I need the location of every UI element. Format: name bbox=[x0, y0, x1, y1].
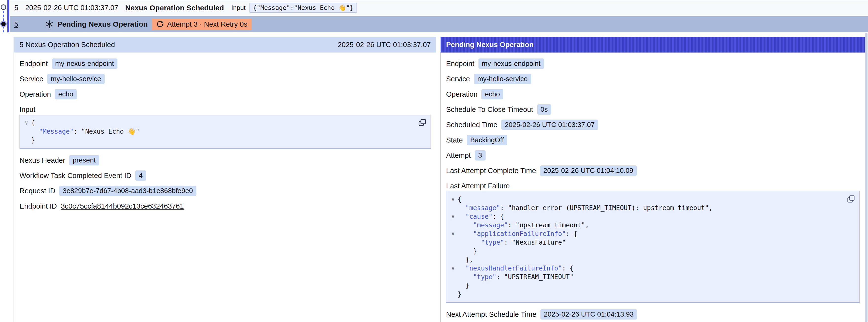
field-row: Last Attempt Complete Time2025-02-26 UTC… bbox=[446, 165, 860, 176]
code-line: ∨ "nexusHandlerFailureInfo": { bbox=[448, 264, 855, 273]
code-text: } bbox=[458, 281, 469, 290]
event-id-link[interactable]: 5 bbox=[14, 20, 18, 28]
failure-json-block: ∨{ "message": "handler error (UPSTREAM_T… bbox=[446, 191, 860, 303]
timeline-active-bar bbox=[7, 0, 9, 32]
pending-fields-bottom: Next Attempt Schedule Time2025-02-26 UTC… bbox=[446, 309, 860, 320]
field-label: Next Attempt Schedule Time bbox=[446, 311, 536, 319]
code-line: ∨{ bbox=[22, 119, 426, 127]
code-text: "type": "NexusFailure" bbox=[458, 238, 566, 247]
code-gutter bbox=[448, 255, 458, 264]
code-gutter bbox=[448, 238, 458, 247]
collapse-chevron-icon[interactable]: ∨ bbox=[448, 229, 458, 238]
collapse-chevron-icon[interactable]: ∨ bbox=[448, 195, 458, 204]
code-text: }, bbox=[458, 255, 473, 264]
code-line: "type": "NexusFailure" bbox=[448, 238, 855, 247]
scheduled-panel-title: 5 Nexus Operation Scheduled bbox=[20, 41, 115, 49]
input-json-block: ∨{ "Message": "Nexus Echo 👋"} bbox=[20, 115, 431, 149]
event-history-screen: 5 2025-02-26 UTC 01:03:37.07 Nexus Opera… bbox=[0, 0, 868, 322]
field-label: Last Attempt Complete Time bbox=[446, 167, 536, 175]
scheduled-fields-top: Endpointmy-nexus-endpointServicemy-hello… bbox=[20, 58, 431, 100]
collapse-chevron-icon[interactable]: ∨ bbox=[448, 212, 458, 221]
field-label: Endpoint bbox=[20, 60, 48, 68]
code-text: "Message": "Nexus Echo 👋" bbox=[31, 127, 140, 136]
pending-operation-panel: Pending Nexus Operation Endpointmy-nexus… bbox=[440, 37, 865, 322]
scheduled-panel-header: 5 Nexus Operation Scheduled 2025-02-26 U… bbox=[14, 37, 436, 53]
collapse-chevron-icon[interactable]: ∨ bbox=[448, 264, 458, 273]
field-label: State bbox=[446, 136, 463, 144]
event-row-scheduled[interactable]: 5 2025-02-26 UTC 01:03:37.07 Nexus Opera… bbox=[10, 0, 868, 15]
event-timestamp: 2025-02-26 UTC 01:03:37.07 bbox=[25, 4, 118, 12]
code-line: } bbox=[448, 247, 855, 255]
field-value-badge: echo bbox=[55, 89, 77, 99]
code-text: { bbox=[458, 195, 462, 204]
code-line: ∨ "cause": { bbox=[448, 212, 855, 221]
field-label: Endpoint ID bbox=[20, 202, 57, 210]
timeline-event-marker-icon bbox=[1, 4, 6, 10]
code-line: "type": "UPSTREAM_TIMEOUT" bbox=[448, 273, 855, 281]
field-row: Workflow Task Completed Event ID4 bbox=[20, 170, 431, 181]
field-row: Endpointmy-nexus-endpoint bbox=[446, 58, 860, 69]
field-row: Nexus Headerpresent bbox=[20, 155, 431, 166]
code-lines: ∨{ "message": "handler error (UPSTREAM_T… bbox=[448, 195, 855, 298]
field-value-badge: 3e829b7e-7d67-4b08-aad3-b1e868bfe9e0 bbox=[59, 186, 196, 196]
scheduled-fields-bottom: Nexus HeaderpresentWorkflow Task Complet… bbox=[20, 155, 431, 212]
field-label: Scheduled Time bbox=[446, 121, 497, 129]
code-text: "cause": { bbox=[458, 212, 504, 221]
code-gutter bbox=[448, 247, 458, 255]
code-text: "applicationFailureInfo": { bbox=[458, 229, 577, 238]
code-line: } bbox=[448, 281, 855, 290]
field-value-badge: 2025-02-26 UTC 01:04:10.09 bbox=[540, 165, 637, 176]
copy-icon[interactable] bbox=[846, 195, 856, 204]
field-value-link[interactable]: 3c0c75ccfa8144b092c13ce632463761 bbox=[61, 202, 184, 210]
field-value-badge: my-nexus-endpoint bbox=[52, 58, 118, 69]
code-text: } bbox=[458, 247, 477, 255]
field-label: Attempt bbox=[446, 151, 471, 160]
code-gutter bbox=[448, 281, 458, 290]
field-label: Schedule To Close Timeout bbox=[446, 105, 533, 114]
field-label: Endpoint bbox=[446, 60, 474, 68]
code-gutter bbox=[22, 136, 31, 144]
field-label: Workflow Task Completed Event ID bbox=[20, 171, 131, 180]
event-input-chip[interactable]: {"Message":"Nexus Echo 👋"} bbox=[249, 3, 357, 13]
event-id-link[interactable]: 5 bbox=[14, 4, 18, 12]
copy-icon[interactable] bbox=[418, 118, 427, 127]
field-row: Endpointmy-nexus-endpoint bbox=[20, 58, 431, 69]
field-value-badge: 3 bbox=[475, 150, 486, 161]
code-line: "message": "upstream timeout", bbox=[448, 221, 855, 229]
field-label: Operation bbox=[20, 90, 51, 98]
code-gutter bbox=[448, 290, 458, 298]
code-text: } bbox=[31, 136, 35, 144]
field-value-badge: my-hello-service bbox=[474, 74, 531, 84]
field-row: Endpoint ID3c0c75ccfa8144b092c13ce632463… bbox=[20, 200, 431, 212]
scrollbar[interactable] bbox=[865, 33, 868, 322]
event-detail-panels: 5 Nexus Operation Scheduled 2025-02-26 U… bbox=[13, 37, 868, 322]
field-value-badge: 2025-02-26 UTC 01:04:13.93 bbox=[540, 309, 637, 320]
field-value-badge: echo bbox=[482, 89, 503, 99]
field-row: Operationecho bbox=[20, 89, 431, 100]
code-line: }, bbox=[448, 255, 855, 264]
attempt-retry-badge: Attempt 3 · Next Retry 0s bbox=[152, 19, 252, 30]
field-row: Next Attempt Schedule Time2025-02-26 UTC… bbox=[446, 309, 860, 320]
field-row: Schedule To Close Timeout0s bbox=[446, 104, 860, 115]
code-text: "message": "upstream timeout", bbox=[458, 221, 589, 229]
field-row: Servicemy-hello-service bbox=[446, 73, 860, 85]
code-gutter bbox=[22, 127, 31, 136]
field-value-badge: my-hello-service bbox=[48, 74, 104, 84]
pending-panel-title: Pending Nexus Operation bbox=[446, 41, 534, 49]
code-text: { bbox=[31, 119, 35, 127]
scheduled-panel-timestamp: 2025-02-26 UTC 01:03:37.07 bbox=[338, 41, 431, 49]
collapse-chevron-icon[interactable]: ∨ bbox=[22, 119, 31, 127]
code-text: } bbox=[458, 290, 462, 298]
code-line: "Message": "Nexus Echo 👋" bbox=[22, 127, 426, 136]
event-row-pending[interactable]: 5 Pending Nexus Operation Attempt 3 · Ne… bbox=[10, 16, 868, 32]
field-row: Request ID3e829b7e-7d67-4b08-aad3-b1e868… bbox=[20, 185, 431, 196]
pending-event-title: Pending Nexus Operation bbox=[57, 20, 148, 28]
code-line: ∨ "applicationFailureInfo": { bbox=[448, 229, 855, 238]
field-row: Servicemy-hello-service bbox=[20, 73, 431, 85]
field-value-badge: BackingOff bbox=[467, 135, 507, 145]
code-gutter bbox=[448, 273, 458, 281]
input-section-label: Input bbox=[20, 104, 431, 114]
event-title: Nexus Operation Scheduled bbox=[125, 4, 224, 12]
pending-panel-body: Endpointmy-nexus-endpointServicemy-hello… bbox=[441, 53, 865, 320]
field-label: Service bbox=[446, 75, 470, 83]
